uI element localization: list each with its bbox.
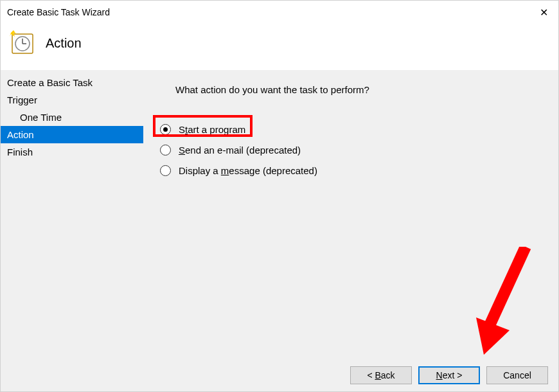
radio-start-program[interactable] — [160, 124, 171, 135]
annotation-arrow-icon — [465, 247, 535, 358]
cancel-button-label: Cancel — [503, 370, 531, 380]
radio-send-email[interactable] — [160, 145, 171, 156]
radio-label-send-email: Send an e-mail (deprecated) — [179, 145, 301, 156]
wizard-footer: < Back Next > Cancel — [1, 359, 558, 391]
close-button[interactable]: ✕ — [529, 1, 558, 24]
radio-display-message[interactable] — [160, 165, 171, 176]
radio-option-send-email[interactable]: Send an e-mail (deprecated) — [156, 139, 321, 160]
wizard-header: Action — [1, 24, 558, 70]
wizard-step-action[interactable]: Action — [1, 126, 143, 143]
radio-option-start-program[interactable]: Start a program — [156, 119, 321, 139]
page-title: Action — [46, 36, 82, 51]
wizard-step-trigger[interactable]: Trigger — [1, 91, 143, 109]
wizard-main-panel: What action do you want the task to perf… — [143, 70, 558, 359]
radio-option-display-message[interactable]: Display a message (deprecated) — [156, 160, 321, 181]
wizard-clock-icon — [10, 30, 35, 56]
wizard-step-create-a-basic-task[interactable]: Create a Basic Task — [1, 74, 143, 91]
back-button[interactable]: < Back — [350, 366, 412, 384]
next-button-label: Next > — [436, 370, 463, 380]
radio-label-display-message: Display a message (deprecated) — [179, 165, 317, 176]
back-button-label: < Back — [367, 370, 395, 380]
close-icon: ✕ — [540, 6, 548, 19]
window-title: Create Basic Task Wizard — [7, 7, 110, 17]
titlebar: Create Basic Task Wizard ✕ — [1, 1, 558, 24]
cancel-button[interactable]: Cancel — [486, 366, 548, 384]
svg-line-5 — [490, 247, 526, 324]
wizard-step-finish[interactable]: Finish — [1, 143, 143, 161]
wizard-steps-sidebar: Create a Basic TaskTriggerOne TimeAction… — [1, 70, 143, 359]
action-prompt: What action do you want the task to perf… — [175, 84, 369, 95]
action-options: Start a programSend an e-mail (deprecate… — [156, 119, 321, 181]
next-button[interactable]: Next > — [418, 366, 480, 384]
radio-label-start-program: Start a program — [179, 124, 245, 135]
wizard-step-one-time[interactable]: One Time — [1, 109, 143, 126]
svg-marker-6 — [476, 317, 510, 355]
